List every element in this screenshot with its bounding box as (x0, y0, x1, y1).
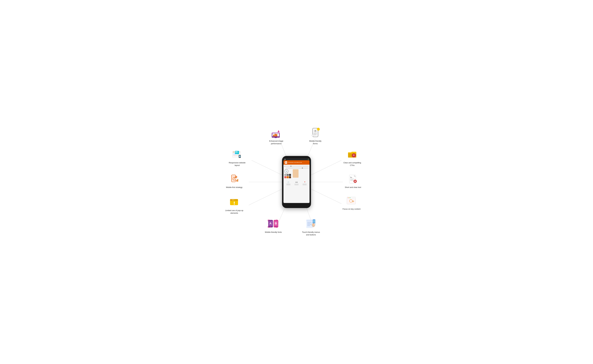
location-icon: 📍 (304, 182, 306, 183)
phone-header-text: ADVANCED CUSTOMIZATION (288, 162, 302, 163)
svg-rect-92 (307, 226, 310, 226)
svg-rect-21 (235, 152, 238, 152)
svg-point-38 (234, 204, 235, 205)
popup-elements-svg (229, 197, 240, 208)
svg-point-86 (276, 226, 276, 227)
svg-rect-42 (273, 135, 274, 136)
feature-touch-menus: Touch-friendly menusand buttons (299, 218, 323, 236)
short-text-svg: T= (348, 174, 358, 185)
svg-rect-37 (234, 202, 235, 204)
clear-ctas-icon: © (346, 149, 358, 160)
svg-rect-46 (275, 137, 277, 138)
svg-rect-63 (350, 179, 354, 179)
svg-marker-45 (277, 130, 280, 132)
phone-bottom-row: 🕐 0:00 📍 (284, 182, 309, 183)
center-phone: ▐▐ 🔋 ADVANCED CUSTOMIZATION ☀ (282, 156, 311, 208)
svg-rect-22 (235, 153, 237, 153)
key-content-svg (346, 195, 357, 206)
svg-point-36 (233, 200, 234, 200)
svg-text:B: B (275, 222, 277, 225)
svg-rect-16 (233, 155, 239, 156)
feature-popup-elements: Limited use of pop-upelements (223, 196, 246, 214)
feature-mobile-fonts: A B Mobile-friendly fonts (262, 218, 285, 234)
svg-rect-90 (307, 223, 311, 224)
svg-rect-31 (237, 179, 238, 182)
slider-row-2: ☀ (284, 167, 309, 169)
mobile-forms-icon: $ (310, 127, 321, 139)
feature-key-content: Focus on key content (340, 195, 363, 210)
svg-point-26 (234, 178, 235, 179)
clear-ctas-svg: © (347, 149, 358, 160)
color-grid (284, 174, 291, 181)
touch-menus-icon (305, 218, 317, 230)
enhanced-image-icon (270, 127, 282, 139)
short-text-icon: T= (347, 173, 359, 185)
svg-text:©: © (353, 154, 355, 156)
feature-mobile-first: Mobile-first strategy (223, 173, 246, 189)
touch-menus-label: Touch-friendly menusand buttons (302, 231, 320, 236)
phone-time: 0:00 (295, 182, 298, 183)
svg-point-73 (350, 197, 350, 198)
popup-elements-label: Limited use of pop-upelements (225, 209, 243, 214)
svg-text:T=: T= (350, 177, 352, 178)
enhanced-image-svg (270, 127, 282, 138)
svg-text:$: $ (317, 129, 318, 130)
svg-rect-78 (347, 199, 356, 204)
svg-rect-51 (313, 133, 317, 133)
svg-rect-89 (307, 222, 312, 222)
mobile-fonts-label: Mobile-friendly fonts (265, 231, 282, 234)
svg-point-58 (312, 135, 313, 136)
sun-icon-1: ☀ (284, 165, 285, 167)
color-section: 🔍 (284, 169, 309, 181)
svg-rect-98 (313, 220, 315, 223)
svg-point-35 (232, 200, 233, 200)
phone-content: ☀ ☀ (283, 165, 310, 186)
svg-rect-43 (275, 134, 276, 136)
svg-point-13 (234, 152, 235, 152)
phone-lines-row (284, 184, 309, 185)
feature-clear-ctas: © Clear and compellingCTAs (341, 149, 364, 167)
mobile-forms-svg: $ (310, 127, 321, 138)
mobile-fonts-icon: A B (268, 218, 279, 230)
diagram-container: ▐▐ 🔋 ADVANCED CUSTOMIZATION ☀ (217, 124, 376, 240)
gear-icon (284, 161, 288, 164)
phone-status-bar: ▐▐ 🔋 (283, 158, 310, 160)
clock-icon: 🕐 (287, 182, 289, 183)
color-preview (293, 169, 298, 178)
svg-rect-18 (239, 155, 240, 157)
key-content-label: Focus on key content (343, 208, 361, 210)
svg-point-50 (315, 130, 316, 131)
svg-rect-52 (313, 134, 316, 134)
svg-rect-64 (350, 180, 353, 180)
svg-point-12 (233, 152, 234, 152)
mobile-first-label: Mobile-first strategy (226, 186, 242, 189)
svg-point-82 (270, 226, 271, 227)
responsive-layout-svg (232, 149, 243, 160)
popup-elements-icon (228, 196, 240, 208)
mobile-fonts-svg: A B (268, 218, 279, 230)
touch-menus-svg (305, 218, 317, 230)
feature-enhanced-image: Enhanced imageperformance (265, 127, 288, 145)
feature-short-text: T= Short and clear text (341, 173, 365, 189)
svg-point-72 (349, 197, 349, 198)
mobile-forms-label: Mobile-friendlyforms (309, 140, 322, 145)
clear-ctas-label: Clear and compellingCTAs (343, 162, 361, 167)
mobile-first-svg (229, 174, 240, 185)
responsive-layout-icon (231, 149, 243, 160)
svg-rect-88 (306, 220, 313, 221)
svg-rect-65 (350, 180, 354, 181)
feature-mobile-forms: $ Mobile-friendlyforms (304, 127, 327, 145)
enhanced-image-label: Enhanced imageperformance (269, 140, 283, 145)
svg-point-34 (231, 200, 231, 200)
phone-screen: ADVANCED CUSTOMIZATION ☀ ☀ (283, 160, 310, 203)
slider-row-1: ☀ (284, 165, 309, 167)
svg-point-71 (348, 197, 348, 198)
svg-rect-30 (237, 180, 237, 182)
svg-rect-91 (307, 224, 311, 225)
feature-responsive-layout: Responsive websitelayout (225, 149, 249, 167)
short-text-label: Short and clear text (345, 186, 361, 189)
phone-header: ADVANCED CUSTOMIZATION (283, 160, 310, 165)
responsive-layout-label: Responsive websitelayout (229, 162, 245, 167)
svg-rect-20 (235, 151, 237, 152)
svg-rect-44 (276, 134, 277, 136)
